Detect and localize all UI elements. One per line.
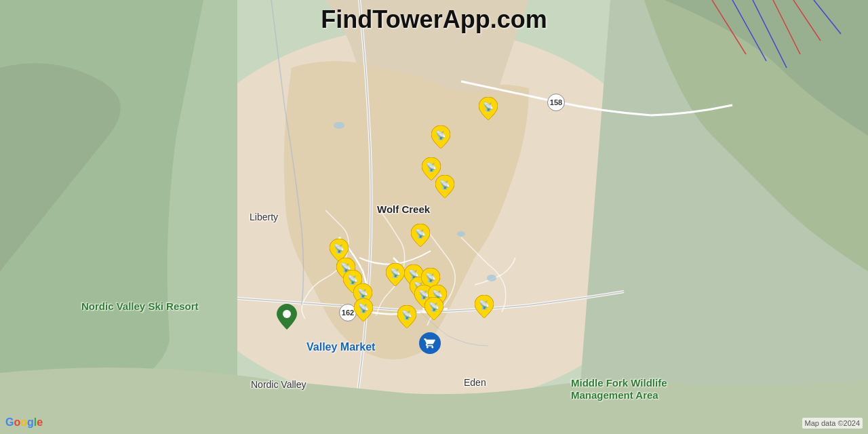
svg-point-8	[334, 122, 344, 129]
google-logo: Google	[5, 416, 43, 429]
tower-marker[interactable]: 📡	[479, 97, 498, 123]
tower-marker[interactable]: 📡	[386, 263, 405, 289]
svg-text:📡: 📡	[334, 243, 345, 254]
svg-text:📡: 📡	[429, 301, 440, 313]
svg-point-30	[283, 310, 291, 318]
tower-marker[interactable]: 📡	[354, 298, 373, 324]
map-background	[0, 0, 868, 434]
svg-text:📡: 📡	[425, 272, 437, 283]
tower-marker[interactable]: 📡	[475, 295, 494, 321]
tower-marker[interactable]: 📡	[411, 224, 430, 250]
svg-text:📡: 📡	[426, 161, 437, 173]
map-attribution: Map data ©2024	[802, 418, 863, 429]
svg-text:📡: 📡	[479, 299, 490, 311]
svg-point-10	[487, 275, 496, 281]
svg-text:📡: 📡	[435, 130, 447, 141]
nordic-valley-place-marker[interactable]	[277, 304, 297, 332]
svg-text:📡: 📡	[358, 302, 370, 314]
svg-text:📡: 📡	[390, 267, 401, 279]
shopping-cart-marker[interactable]	[419, 332, 441, 354]
route-158-shield: 158	[547, 94, 565, 111]
tower-marker[interactable]: 📡	[431, 125, 450, 151]
svg-text:📡: 📡	[439, 179, 451, 191]
app-title: FindTowerApp.com	[321, 5, 547, 34]
svg-text:📡: 📡	[401, 309, 413, 321]
svg-text:📡: 📡	[483, 101, 494, 113]
tower-marker[interactable]: 📡	[397, 305, 416, 331]
map-container[interactable]: FindTowerApp.com Liberty Wolf Creek Nord…	[0, 0, 868, 434]
svg-text:📡: 📡	[415, 228, 427, 239]
svg-point-9	[457, 231, 465, 237]
svg-text:📡: 📡	[357, 288, 369, 299]
tower-marker[interactable]: 📡	[435, 175, 454, 201]
tower-marker[interactable]: 📡	[425, 297, 443, 323]
